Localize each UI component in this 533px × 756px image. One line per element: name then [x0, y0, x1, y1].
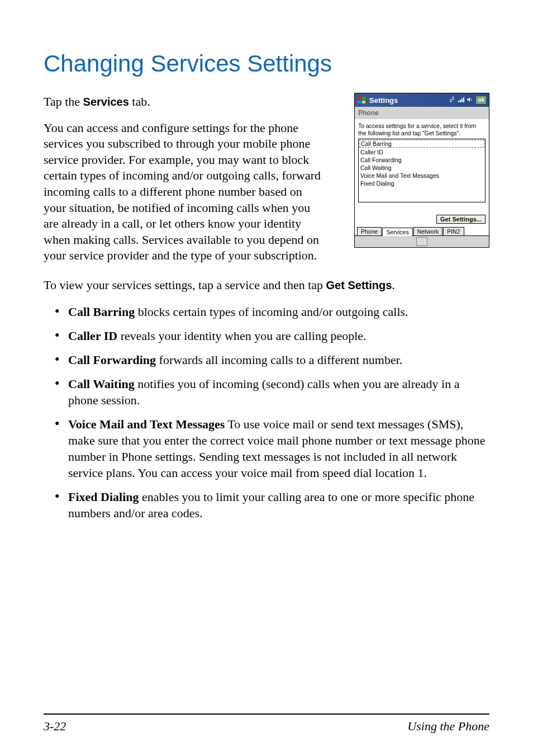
- settings-screenshot: Settings: [354, 93, 489, 248]
- sentence-b: .: [392, 278, 395, 292]
- screenshot-button-row: Get Settings...: [355, 206, 489, 227]
- sentence-a: To view your services settings, tap a se…: [44, 278, 326, 292]
- bullet-item: Caller ID reveals your identity when you…: [44, 328, 489, 344]
- svg-rect-6: [461, 98, 463, 102]
- ok-button[interactable]: ok: [475, 96, 487, 105]
- status-icons: ok: [449, 96, 489, 105]
- footer-title: Using the Phone: [407, 719, 489, 734]
- bullet-term: Call Forwarding: [68, 353, 156, 367]
- svg-rect-1: [362, 97, 365, 100]
- screenshot-body: To access settings for a service, select…: [355, 119, 489, 206]
- instruction-sentence: To view your services settings, tap a se…: [44, 277, 489, 294]
- list-item[interactable]: Call Barring: [359, 140, 484, 148]
- list-item[interactable]: Call Forwarding: [359, 156, 485, 164]
- screenshot-title: Settings: [369, 96, 449, 105]
- intro1-text-a: Tap the: [44, 94, 83, 108]
- bullet-rest: reveals your identity when you are calli…: [117, 329, 366, 343]
- intro-paragraph-1: Tap the Services tab.: [44, 94, 322, 110]
- list-item[interactable]: Call Waiting: [359, 164, 485, 172]
- bullet-item: Fixed Dialing enables you to limit your …: [44, 489, 489, 521]
- screenshot-tabs: Phone Services Network PIN2: [355, 227, 489, 235]
- tab-services[interactable]: Services: [382, 228, 412, 236]
- signal-icon[interactable]: [458, 96, 464, 104]
- keyboard-icon[interactable]: [416, 237, 427, 246]
- bullet-item: Call Barring blocks certain types of inc…: [44, 304, 489, 320]
- page-footer: 3-22 Using the Phone: [44, 719, 489, 734]
- bullet-term: Call Waiting: [68, 377, 135, 391]
- tab-phone[interactable]: Phone: [357, 227, 382, 235]
- svg-rect-3: [362, 101, 365, 103]
- bullet-term: Call Barring: [68, 305, 135, 319]
- list-item[interactable]: Caller ID: [359, 148, 485, 156]
- bullet-list: Call Barring blocks certain types of inc…: [44, 304, 489, 521]
- page-number: 3-22: [44, 719, 66, 734]
- bullet-item: Voice Mail and Text Messages To use voic…: [44, 416, 489, 481]
- content-row: Tap the Services tab. You can access and…: [44, 93, 489, 264]
- bullet-rest: blocks certain types of incoming and/or …: [135, 305, 408, 319]
- svg-rect-2: [358, 101, 361, 103]
- connectivity-icon[interactable]: [449, 96, 455, 104]
- get-settings-button[interactable]: Get Settings...: [436, 215, 486, 224]
- footer-rule: [44, 714, 489, 715]
- page: Changing Services Settings Tap the Servi…: [0, 0, 533, 756]
- bullet-term: Fixed Dialing: [68, 490, 139, 504]
- intro1-text-b: tab.: [129, 94, 150, 108]
- screenshot-titlebar: Settings: [355, 93, 489, 107]
- start-icon[interactable]: [357, 96, 366, 105]
- list-item[interactable]: Voice Mail and Text Messages: [359, 172, 485, 179]
- intro-paragraph-2: You can access and configure settings fo…: [44, 120, 322, 264]
- bullet-rest: forwards all incoming calls to a differe…: [156, 353, 402, 367]
- sentence-bold: Get Settings: [326, 279, 392, 291]
- screenshot-bottombar: [355, 235, 489, 247]
- bullet-term: Voice Mail and Text Messages: [68, 417, 225, 431]
- bullet-item: Call Waiting notifies you of incoming (s…: [44, 376, 489, 408]
- speaker-icon[interactable]: [467, 96, 473, 104]
- svg-rect-5: [460, 100, 461, 102]
- tab-pin2[interactable]: PIN2: [443, 227, 464, 235]
- services-list[interactable]: Call Barring Caller ID Call Forwarding C…: [358, 139, 486, 202]
- bullet-term: Caller ID: [68, 329, 117, 343]
- bullet-item: Call Forwarding forwards all incoming ca…: [44, 352, 489, 368]
- svg-rect-4: [458, 101, 459, 102]
- intro-column: Tap the Services tab. You can access and…: [44, 93, 322, 264]
- tab-network[interactable]: Network: [413, 227, 443, 235]
- screenshot-instruction: To access settings for a service, select…: [358, 122, 486, 136]
- intro1-bold: Services: [83, 96, 129, 108]
- svg-rect-0: [358, 97, 361, 100]
- list-item[interactable]: Fixed Dialing: [359, 179, 485, 187]
- svg-rect-7: [463, 97, 464, 102]
- section-heading: Changing Services Settings: [44, 50, 489, 77]
- screenshot-subheader: Phone: [355, 107, 489, 119]
